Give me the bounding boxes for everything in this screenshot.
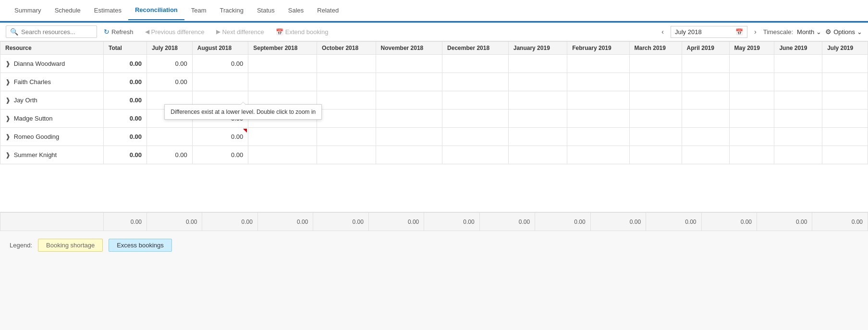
- total-summer: 0.00: [104, 146, 147, 164]
- jul2018-dianna: 0.00: [147, 55, 193, 73]
- aug2018-summer: 0.00: [192, 146, 248, 164]
- summary-total: 0.00: [104, 213, 147, 231]
- reconciliation-table: Resource Total July 2018 August 2018 Sep…: [0, 41, 868, 164]
- sep2018-dianna: [248, 55, 317, 73]
- resource-name-dianna: ❱ Dianna Woodward: [0, 55, 104, 73]
- col-resource: Resource: [0, 42, 104, 55]
- search-box[interactable]: 🔍: [6, 25, 97, 38]
- date-picker[interactable]: July 2018 📅: [671, 26, 747, 38]
- expand-chevron-romeo[interactable]: ❱: [5, 133, 12, 140]
- jul2019-madge: [822, 110, 868, 128]
- col-apr2019: April 2019: [682, 42, 729, 55]
- resource-name-madge: ❱ Madge Sutton: [0, 110, 104, 128]
- jun2019-jay: [774, 91, 822, 110]
- red-triangle-indicator2: [243, 129, 247, 133]
- total-jay: 0.00: [104, 91, 147, 110]
- legend-area: Legend: Booking shortage Excess bookings: [0, 231, 868, 259]
- search-input[interactable]: [21, 28, 88, 36]
- expand-chevron-faith[interactable]: ❱: [5, 78, 12, 85]
- jun2019-summer: [774, 146, 822, 164]
- nav-tracking[interactable]: Tracking: [213, 1, 250, 20]
- expand-chevron-madge[interactable]: ❱: [5, 115, 12, 122]
- refresh-button[interactable]: ↻ Refresh: [99, 25, 138, 38]
- extend-booking-button[interactable]: 📅 Extend booking: [271, 26, 333, 38]
- gear-icon: ⚙: [825, 28, 831, 36]
- prev-difference-button[interactable]: ◀ Previous difference: [140, 26, 209, 38]
- nav-summary[interactable]: Summary: [8, 1, 48, 20]
- summary-label: [0, 213, 104, 231]
- mar2019-madge: [629, 110, 682, 128]
- refresh-icon: ↻: [104, 28, 110, 36]
- next-difference-button[interactable]: ▶ Next difference: [211, 26, 269, 38]
- nav-schedule[interactable]: Schedule: [48, 1, 87, 20]
- legend-shortage: Booking shortage: [38, 239, 103, 252]
- summary-row: 0.00 0.00 0.00 0.00 0.00 0.00 0.00 0.00 …: [0, 213, 868, 231]
- may2019-jay: [729, 91, 774, 110]
- mar2019-romeo: [629, 128, 682, 146]
- jul2019-romeo: [822, 128, 868, 146]
- sep2018-romeo: [248, 128, 317, 146]
- dec2018-romeo: [442, 128, 509, 146]
- next-arrow-icon: ▶: [216, 28, 220, 35]
- mar2019-faith: [629, 73, 682, 91]
- dec2018-summer: [442, 146, 509, 164]
- aug2018-dianna: 0.00: [192, 55, 248, 73]
- nov2018-faith: [376, 73, 442, 91]
- oct2018-jay: [317, 91, 376, 110]
- resource-name-romeo: ❱ Romeo Gooding: [0, 128, 104, 146]
- sep2018-faith: [248, 73, 317, 91]
- jul2018-romeo: [147, 128, 193, 146]
- col-jul2018: July 2018: [147, 42, 193, 55]
- col-jan2019: January 2019: [508, 42, 567, 55]
- col-mar2019: March 2019: [629, 42, 682, 55]
- table-header-row: Resource Total July 2018 August 2018 Sep…: [0, 42, 868, 55]
- nav-reconciliation[interactable]: Reconciliation: [128, 0, 184, 20]
- aug2018-jay: Differences exist at a lower level. Doub…: [192, 91, 248, 110]
- nav-sales[interactable]: Sales: [281, 1, 311, 20]
- jul2018-summer: 0.00: [147, 146, 193, 164]
- date-nav-next[interactable]: ›: [751, 26, 759, 37]
- expand-chevron-jay[interactable]: ❱: [5, 97, 12, 103]
- nav-related[interactable]: Related: [310, 1, 345, 20]
- legend-excess: Excess bookings: [109, 239, 172, 252]
- dec2018-faith: [442, 73, 509, 91]
- jul2019-faith: [822, 73, 868, 91]
- jan2019-romeo: [508, 128, 567, 146]
- table-row: ❱ Faith Charles 0.00 0.00: [0, 73, 868, 91]
- main-content: Resource Total July 2018 August 2018 Sep…: [0, 41, 868, 231]
- jan2019-dianna: [508, 55, 567, 73]
- calendar-icon: 📅: [276, 28, 283, 36]
- timescale-select[interactable]: Month ⌄: [797, 28, 821, 36]
- nav-team[interactable]: Team: [184, 1, 213, 20]
- apr2019-summer: [682, 146, 729, 164]
- sep2018-summer: [248, 146, 317, 164]
- jun2019-dianna: [774, 55, 822, 73]
- dec2018-madge: [442, 110, 509, 128]
- total-dianna: 0.00: [104, 55, 147, 73]
- apr2019-madge: [682, 110, 729, 128]
- dec2018-jay: [442, 91, 509, 110]
- dec2018-dianna: [442, 55, 509, 73]
- mar2019-dianna: [629, 55, 682, 73]
- table-row: ❱ Romeo Gooding 0.00 0.00: [0, 128, 868, 146]
- nov2018-summer: [376, 146, 442, 164]
- apr2019-jay: [682, 91, 729, 110]
- nav-status[interactable]: Status: [250, 1, 281, 20]
- summary-sep2018: 0.00: [257, 213, 313, 231]
- jun2019-romeo: [774, 128, 822, 146]
- nov2018-romeo: [376, 128, 442, 146]
- summary-jun2019: 0.00: [757, 213, 812, 231]
- aug2018-romeo: 0.00: [192, 128, 248, 146]
- date-nav-prev[interactable]: ‹: [659, 26, 667, 37]
- nov2018-dianna: [376, 55, 442, 73]
- expand-chevron-dianna[interactable]: ❱: [5, 60, 12, 67]
- jan2019-jay: [508, 91, 567, 110]
- feb2019-dianna: [567, 55, 629, 73]
- options-button[interactable]: ⚙ Options ⌄: [825, 28, 862, 36]
- expand-chevron-summer[interactable]: ❱: [5, 151, 12, 158]
- nav-estimates[interactable]: Estimates: [87, 1, 128, 20]
- oct2018-romeo: [317, 128, 376, 146]
- may2019-faith: [729, 73, 774, 91]
- col-nov2018: November 2018: [376, 42, 442, 55]
- summary-dec2018: 0.00: [424, 213, 479, 231]
